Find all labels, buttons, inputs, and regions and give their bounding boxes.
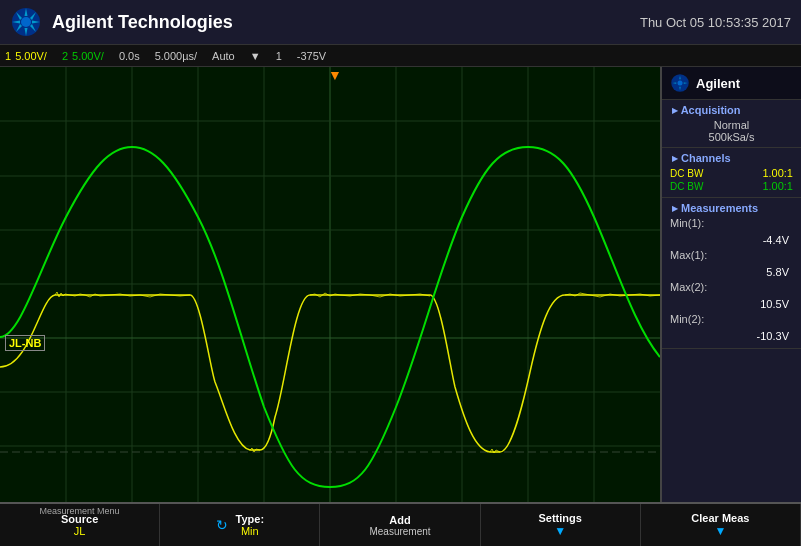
trigger-level[interactable]: -375V <box>297 50 326 62</box>
waveform <box>0 67 660 502</box>
ch1-bw-label: DC BW <box>670 168 703 179</box>
max1-row: Max(1): <box>670 249 793 261</box>
add-measurement-button[interactable]: Add Measurement <box>320 504 480 546</box>
max2-label: Max(2): <box>670 281 707 293</box>
min2-row: Min(2): <box>670 313 793 325</box>
ch2-label: 2 <box>62 50 68 62</box>
max1-value: 5.8V <box>766 266 789 278</box>
type-label: Type: <box>236 513 265 525</box>
header: Agilent Technologies Thu Oct 05 10:53:35… <box>0 0 801 45</box>
measurement-menu-label: Measurement Menu <box>0 506 159 516</box>
ch1-row: DC BW 1.00:1 <box>670 167 793 179</box>
source-value: JL <box>74 525 86 537</box>
agilent-small-logo-icon <box>670 73 690 93</box>
clear-meas-button[interactable]: Clear Meas ▼ <box>641 504 801 546</box>
type-value: Min <box>241 525 259 537</box>
acquisition-section: Acquisition Normal 500kSa/s <box>662 100 801 148</box>
min2-value: -10.3V <box>757 330 789 342</box>
max2-value: 10.5V <box>760 298 789 310</box>
add-label: Add <box>389 514 410 526</box>
acquisition-rate: 500kSa/s <box>670 131 793 143</box>
scope-bar: 1 5.00V/ 2 5.00V/ 0.0s 5.000µs/ Auto ▼ 1… <box>0 45 801 67</box>
ch2-value: 5.00V/ <box>72 50 104 62</box>
ch2-row: DC BW 1.00:1 <box>670 180 793 192</box>
acquisition-mode: Normal <box>670 119 793 131</box>
settings-arrow-icon: ▼ <box>554 524 566 538</box>
ch1-ratio: 1.00:1 <box>762 167 793 179</box>
ch2-ratio: 1.00:1 <box>762 180 793 192</box>
trigger-mode[interactable]: Auto <box>212 50 235 62</box>
panel-header: Agilent <box>662 67 801 100</box>
ch2-bw-label: DC BW <box>670 181 703 192</box>
channel-label: JL-NB <box>5 335 45 351</box>
clear-meas-label: Clear Meas <box>691 512 749 524</box>
acquisition-title: Acquisition <box>670 104 793 117</box>
timestamp: Thu Oct 05 10:53:35 2017 <box>640 15 791 30</box>
settings-label: Settings <box>539 512 582 524</box>
min1-row: Min(1): <box>670 217 793 229</box>
oscilloscope-screen: JL-NB ▼ <box>0 67 660 502</box>
refresh-icon: ↻ <box>216 517 228 533</box>
max1-label: Max(1): <box>670 249 707 261</box>
max2-row: Max(2): <box>670 281 793 293</box>
ch1-params[interactable]: 1 5.00V/ <box>5 50 47 62</box>
type-button[interactable]: ↻ Type: Min <box>160 504 320 546</box>
add-sublabel: Measurement <box>369 526 430 537</box>
ch1-label: 1 <box>5 50 11 62</box>
agilent-logo-icon <box>10 6 42 38</box>
panel-brand: Agilent <box>696 76 740 91</box>
min1-label: Min(1): <box>670 217 704 229</box>
header-left: Agilent Technologies <box>10 6 233 38</box>
trigger-arrow-icon: ▼ <box>250 50 261 62</box>
ch1-value: 5.00V/ <box>15 50 47 62</box>
app-title: Agilent Technologies <box>52 12 233 33</box>
main-area: JL-NB ▼ Agilent Acquisition Normal 5 <box>0 67 801 502</box>
right-panel: Agilent Acquisition Normal 500kSa/s Chan… <box>660 67 801 502</box>
settings-button[interactable]: Settings ▼ <box>481 504 641 546</box>
channels-title: Channels <box>670 152 793 165</box>
svg-point-9 <box>21 17 31 27</box>
bottom-bar: Measurement Menu Source JL ↻ Type: Min A… <box>0 502 801 546</box>
svg-point-33 <box>678 81 683 86</box>
min2-label: Min(2): <box>670 313 704 325</box>
source-button[interactable]: Measurement Menu Source JL <box>0 504 160 546</box>
trigger-marker-icon: ▼ <box>328 67 342 83</box>
time-offset[interactable]: 0.0s <box>119 50 140 62</box>
ch2-params[interactable]: 2 5.00V/ <box>62 50 104 62</box>
min1-value: -4.4V <box>763 234 789 246</box>
trigger-ch[interactable]: 1 <box>276 50 282 62</box>
clear-arrow-icon: ▼ <box>714 524 726 538</box>
measurements-title: Measurements <box>670 202 793 215</box>
time-div[interactable]: 5.000µs/ <box>155 50 197 62</box>
measurements-section: Measurements Min(1): -4.4V Max(1): 5.8V … <box>662 198 801 349</box>
channels-section: Channels DC BW 1.00:1 DC BW 1.00:1 <box>662 148 801 198</box>
